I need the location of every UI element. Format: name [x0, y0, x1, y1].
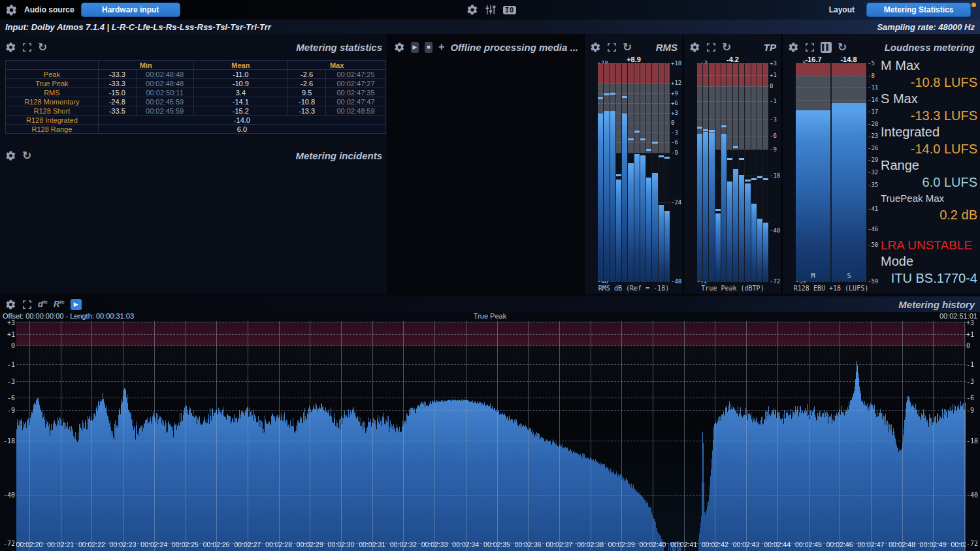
meter-bar	[646, 178, 651, 281]
rms-meter-panel: ↻ RMS +8.9 +18+12+9+6+30-3-6-9-24-48 +18…	[585, 34, 683, 294]
meter-channel	[709, 63, 714, 281]
meter-gridline	[697, 86, 768, 87]
time-tick-label: 00:02:45	[795, 541, 822, 548]
history-scale-label: -40	[1, 492, 15, 499]
audio-source-label: Audio source	[24, 5, 74, 14]
meter-bar	[715, 213, 721, 282]
stats-row: R128 Range6.0	[6, 125, 386, 134]
scale-tick-label: +12	[671, 80, 683, 86]
expand-icon[interactable]	[22, 42, 32, 52]
gear-icon[interactable]	[590, 42, 601, 53]
history-scale-label: -18	[966, 437, 980, 445]
reset-icon[interactable]: ↻	[623, 42, 632, 53]
gear-icon[interactable]	[5, 150, 16, 161]
meter-channel	[610, 63, 615, 281]
meter-channel	[721, 63, 727, 281]
stop-icon[interactable]: ■	[425, 42, 433, 53]
app-window: Audio source Hardware input IO Layout Me…	[0, 0, 980, 551]
time-gridline	[559, 321, 560, 551]
readout-label: Mode	[881, 253, 977, 270]
time-gridline	[29, 321, 30, 551]
gear-icon[interactable]	[5, 299, 16, 310]
time-tick-label: 00:02:46	[826, 541, 853, 548]
time-gridline	[403, 321, 404, 551]
tp-scale-right: +3+10-1-3-6-9-18-40-72	[768, 63, 781, 281]
time-gridline	[777, 321, 778, 551]
play-icon[interactable]: ▶	[71, 299, 82, 310]
time-gridline	[933, 321, 934, 551]
history-gridline	[16, 398, 966, 398]
reset-icon[interactable]: ↻	[38, 42, 47, 53]
metering-statistics-button[interactable]: Metering Statistics	[866, 3, 971, 17]
stats-row: R128 Momentary-24.800:02:45:59-14.1-10.8…	[6, 97, 386, 106]
mixer-sliders-icon[interactable]	[485, 4, 497, 16]
range-timecode-icon[interactable]: Rtc	[54, 300, 65, 308]
loudness-bars: MS	[796, 63, 866, 281]
history-scale-label: 0	[966, 342, 980, 349]
hardware-input-button[interactable]: Hardware input	[81, 3, 180, 17]
add-media-icon[interactable]: +	[438, 41, 444, 53]
gear-icon[interactable]	[5, 4, 18, 16]
loudness-readout-row: ModeITU BS.1770-4	[881, 253, 977, 287]
meter-channel	[727, 63, 732, 281]
meter-channel	[697, 63, 702, 281]
time-tick-label: 00:02:50	[951, 541, 966, 548]
io-icon[interactable]: IO	[503, 6, 516, 14]
scale-tick-label: -24	[671, 199, 683, 206]
reset-icon[interactable]: ↻	[22, 150, 31, 161]
gear-icon[interactable]	[394, 42, 405, 53]
peak-marker	[640, 138, 645, 140]
loudness-meter: -5-8-11-14-17-20-23-26-29-32-35-41-46-50…	[783, 63, 879, 281]
reset-icon[interactable]: ↻	[722, 42, 731, 53]
peak-marker	[598, 97, 603, 99]
meter-channel	[598, 63, 603, 281]
loudness-value-readouts: M Max-10.8 LUFSS Max-13.3 LUFSIntegrated…	[881, 57, 977, 287]
loudness-caption: R128 EBU +18 (LUFS)	[783, 285, 879, 292]
duration-timecode-icon[interactable]: dtc	[38, 300, 48, 308]
time-gridline	[91, 321, 92, 551]
time-tick-label: 00:02:26	[203, 541, 230, 548]
history-scale-label: -18	[1, 437, 15, 445]
meter-channel	[640, 63, 645, 281]
channel-label: M	[796, 272, 830, 279]
scale-tick-label: -8	[868, 72, 879, 79]
gear-icon[interactable]	[5, 42, 16, 53]
history-chart-label: True Peak	[0, 312, 980, 320]
meter-channel	[646, 63, 651, 281]
scale-tick-label: -6	[671, 139, 683, 146]
scale-tick-label: -9	[671, 150, 683, 156]
scale-tick-label: -6	[770, 133, 781, 139]
peak-marker	[664, 157, 670, 159]
metering-statistics-table: MinMeanMaxPeak-33.300:02:48:48-11.0-2.60…	[5, 60, 386, 134]
expand-icon[interactable]	[607, 42, 617, 52]
gear-icon[interactable]	[466, 4, 478, 16]
time-gridline	[497, 321, 498, 551]
history-scale-label: -9	[1, 407, 15, 414]
gear-icon[interactable]	[689, 42, 700, 53]
history-scale-label: -72	[1, 540, 15, 547]
expand-icon[interactable]	[22, 300, 32, 309]
time-tick-label: 00:02:31	[359, 541, 385, 548]
loudness-readout-row: Range6.0 LUFS	[881, 157, 977, 191]
readout-label: Integrated	[881, 124, 977, 140]
time-tick-label: 00:02:47	[857, 541, 884, 548]
expand-icon[interactable]	[706, 42, 716, 52]
meter-bar	[598, 114, 603, 281]
lra-unstable-warning: LRA UNSTABLE	[881, 238, 977, 253]
play-icon[interactable]: ▶	[411, 42, 419, 53]
scale-tick-label: -35	[868, 181, 879, 188]
tp-max-readout: -4.2	[697, 55, 768, 63]
time-gridline	[964, 321, 965, 551]
metering-statistics-panel: ↻ Metering statistics MinMeanMaxPeak-33.…	[0, 34, 387, 294]
history-scale-label: -40	[966, 492, 980, 499]
history-gridline	[16, 345, 966, 346]
loudness-metering-panel: ▌▌ ↻ Loudness metering -16.7 -14.8 -5-8-…	[783, 34, 980, 294]
meter-channel: S	[832, 63, 866, 281]
scale-tick-label: +18	[671, 60, 683, 67]
peak-marker	[733, 146, 738, 148]
meter-channel	[652, 63, 657, 281]
true-peak-history-plot: 00:02:2000:02:2100:02:2200:02:2300:02:24…	[16, 321, 966, 551]
time-tick-label: 00:02:30	[328, 541, 355, 548]
history-gridline	[16, 381, 966, 382]
time-tick-label: 00:02:34	[452, 541, 479, 548]
